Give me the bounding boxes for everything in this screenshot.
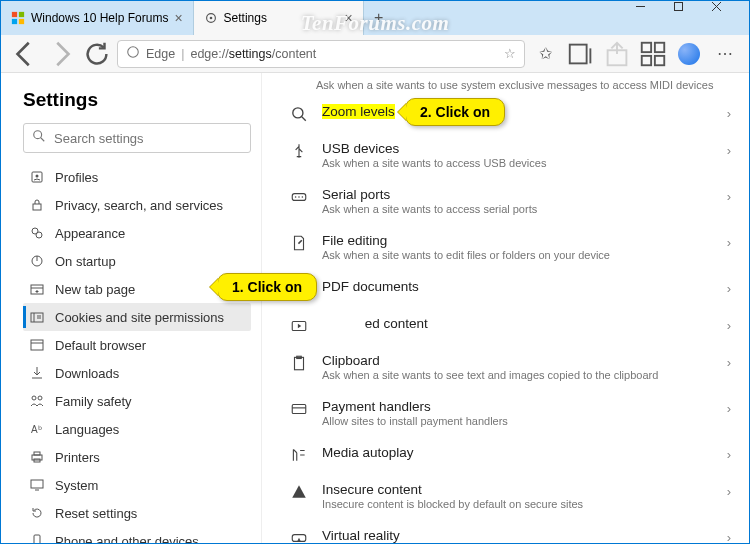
address-bar[interactable]: Edge | edge://settings/content ☆ [117,40,525,68]
setting-usb[interactable]: USB devicesAsk when a site wants to acce… [290,132,731,178]
svg-rect-17 [655,55,664,64]
close-icon[interactable]: × [174,10,182,26]
sidebar-item-system[interactable]: System [23,471,251,499]
svg-rect-35 [31,340,43,350]
svg-point-52 [298,196,300,198]
power-icon [29,253,45,269]
sidebar-item-lock[interactable]: Privacy, search, and services [23,191,251,219]
share-button[interactable] [601,39,633,69]
sidebar-label: Cookies and site permissions [55,310,224,325]
search-input[interactable] [54,131,242,146]
setting-desc: Ask when a site wants to access serial p… [322,203,713,215]
setting-title: Insecure content [322,482,713,497]
chevron-right-icon: › [727,104,731,121]
svg-point-53 [302,196,304,198]
collections-button[interactable] [565,39,597,69]
svg-point-48 [293,108,303,118]
setting-protected[interactable]: Protected content› [290,307,731,344]
setting-clipboard[interactable]: ClipboardAsk when a site wants to see te… [290,344,731,390]
profile-icon [29,169,45,185]
setting-title: Clipboard [322,353,713,368]
close-button[interactable] [711,1,749,35]
sidebar-item-family[interactable]: Family safety [23,387,251,415]
svg-marker-57 [298,324,301,329]
sidebar-label: Phone and other devices [55,534,199,544]
setting-insecure[interactable]: Insecure contentInsecure content is bloc… [290,473,731,519]
system-icon [29,477,45,493]
setting-serial[interactable]: Serial portsAsk when a site wants to acc… [290,178,731,224]
sidebar-item-printer[interactable]: Printers [23,443,251,471]
chevron-right-icon: › [727,233,731,250]
svg-point-21 [36,175,39,178]
tab-title: Settings [224,11,267,25]
setting-zoom[interactable]: Zoom levels› [290,95,731,132]
svg-rect-1 [19,12,24,17]
profile-button[interactable] [673,39,705,69]
favicon-settings [204,11,218,25]
menu-button[interactable]: ⋯ [709,39,741,69]
sidebar-item-profile[interactable]: Profiles [23,163,251,191]
favorite-icon[interactable]: ☆ [504,46,516,61]
avatar [678,43,700,65]
tab-forums[interactable]: Windows 10 Help Forums × [1,1,194,35]
lang-icon: Aᵇ [29,421,45,437]
sidebar-item-reset[interactable]: Reset settings [23,499,251,527]
minimize-button[interactable] [635,1,673,35]
sidebar-label: On startup [55,254,116,269]
media-icon [290,445,308,464]
refresh-button[interactable] [81,39,113,69]
setting-title: Media autoplay [322,445,713,460]
setting-payment[interactable]: Payment handlersAllow sites to install p… [290,390,731,436]
sidebar-item-phone[interactable]: Phone and other devices [23,527,251,543]
favorites-button[interactable]: ✩ [529,39,561,69]
search-settings[interactable] [23,123,251,153]
zoom-icon [290,104,308,123]
svg-rect-2 [12,19,17,24]
extensions-button[interactable] [637,39,669,69]
setting-vr[interactable]: Virtual realityAsk when a site wants to … [290,519,731,543]
sidebar-label: Profiles [55,170,98,185]
svg-rect-0 [12,12,17,17]
sidebar-item-browser[interactable]: Default browser [23,331,251,359]
forward-button[interactable] [45,39,77,69]
setting-title: USB devices [322,141,713,156]
svg-point-51 [295,196,297,198]
sidebar-item-cookies[interactable]: Cookies and site permissions [23,303,251,331]
truncated-desc: Ask when a site wants to use system excl… [290,79,731,91]
back-button[interactable] [9,39,41,69]
svg-rect-11 [570,44,587,63]
svg-point-18 [34,131,42,139]
titlebar: Windows 10 Help Forums × Settings × + [1,1,749,35]
sidebar-item-power[interactable]: On startup [23,247,251,275]
svg-text:Aᵇ: Aᵇ [31,424,42,435]
svg-rect-46 [34,535,40,543]
setting-desc: Ask when a site wants to edit files or f… [322,249,713,261]
setting-pdf[interactable]: PDFPDF documents› [290,270,731,307]
sidebar-label: Languages [55,422,119,437]
payment-icon [290,399,308,418]
setting-title: File editing [322,233,713,248]
close-icon[interactable]: × [344,10,352,26]
setting-media[interactable]: Media autoplay› [290,436,731,473]
appearance-icon [29,225,45,241]
sidebar-label: Family safety [55,394,132,409]
addr-label: Edge [146,47,175,61]
reset-icon [29,505,45,521]
sidebar-item-lang[interactable]: AᵇLanguages [23,415,251,443]
chevron-right-icon: › [727,187,731,204]
maximize-button[interactable] [673,1,711,35]
chevron-right-icon: › [727,528,731,543]
tab-settings[interactable]: Settings × [194,1,364,35]
sidebar-label: Printers [55,450,100,465]
sidebar-item-download[interactable]: Downloads [23,359,251,387]
sidebar-label: New tab page [55,282,135,297]
phone-icon [29,533,45,543]
new-tab-button[interactable]: + [364,1,394,35]
window-controls [635,1,749,35]
sidebar-label: Privacy, search, and services [55,198,223,213]
sidebar-item-appearance[interactable]: Appearance [23,219,251,247]
svg-rect-16 [642,55,651,64]
newtab-icon [29,281,45,297]
setting-file[interactable]: File editingAsk when a site wants to edi… [290,224,731,270]
svg-point-24 [36,232,42,238]
